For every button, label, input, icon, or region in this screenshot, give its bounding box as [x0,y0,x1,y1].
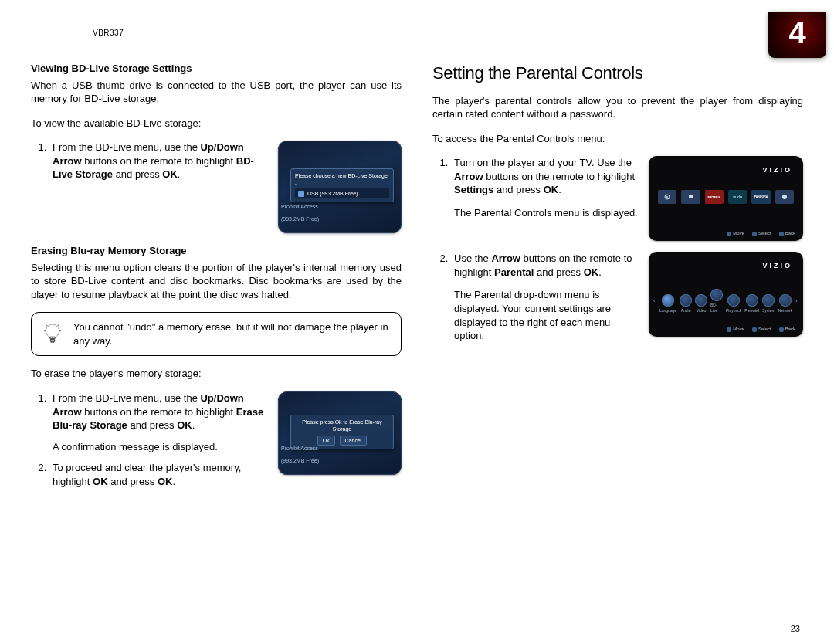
tip-text: You cannot "undo" a memory erase, but it… [73,320,392,347]
step-after: A confirmation message is displayed. [53,441,218,452]
step-row-2: From the BD-Live menu, use the Up/Down A… [31,391,402,497]
svg-point-6 [666,196,668,198]
screenshot-erase-storage: Please press Ok to Erase Blu-ray Storage… [278,391,402,475]
step-item: Turn on the player and your TV. Use the … [451,156,638,219]
step-item: From the BD-Live menu, use the Up/Down A… [49,391,267,453]
app-tile-pandora: PANDORA [751,190,770,204]
thumb-side-label: (993.2MB Free) [281,215,319,222]
step-row-1: From the BD-Live menu, use the Up/Down A… [31,141,402,233]
settings-icon-parental: Parental [744,294,759,314]
nav-hint-move: Move [727,230,744,236]
svg-point-0 [46,324,59,337]
settings-icon-network: Network [778,294,792,314]
nav-hint-back: Back [779,326,795,332]
section-head-bdlive-storage: Viewing BD-Live Storage Settings [31,62,402,76]
nav-hint-move: Move [727,326,744,332]
body-text: The player's parental controls allow you… [432,94,803,121]
step-row-parental-1: Turn on the player and your TV. Use the … [432,156,803,241]
chevron-left-icon: ‹ [653,297,656,305]
app-tile [775,190,794,204]
screenshot-vizio-home: VIZIO NETFLIX vudu PANDORA M [649,156,803,241]
thumb-side-label: Prohibit Access [281,203,318,210]
svg-rect-7 [689,195,693,198]
app-tile [681,190,700,204]
vizio-logo: VIZIO [762,165,792,175]
step-row-parental-2: Use the Arrow buttons on the remote to h… [432,252,803,351]
svg-point-8 [782,195,787,199]
lead-text: To erase the player's memory storage: [31,367,402,381]
thumb-cancel-button: Cancel [340,436,368,446]
step-after: The Parental Controls menu is displayed. [454,207,638,219]
model-number: VBR337 [93,28,124,39]
thumb-usb-label: USB (993.2MB Free) [307,190,358,197]
step-item: To proceed and clear the player's memory… [49,461,267,488]
chevron-right-icon: › [795,297,798,305]
page-number: 23 [791,623,800,635]
lead-text: To access the Parental Controls menu: [432,132,803,146]
settings-icon-language: Language [659,294,676,314]
usb-icon [298,191,304,197]
left-column: Viewing BD-Live Storage Settings When a … [31,62,402,621]
svg-line-2 [57,324,59,326]
step-after: The Parental drop-down menu is displayed… [454,289,611,341]
settings-icon-audio: Audio [680,294,692,314]
thumb-msg: Please press Ok to Erase Blu-ray Storage [295,419,389,432]
body-text: When a USB thumb drive is connected to t… [31,79,402,106]
thumb-msg: Please choose a new BD-Live Storage . [295,172,389,186]
screenshot-vizio-settings: VIZIO ‹ Language Audio Video BD-Live Pla… [649,252,803,337]
thumb-side-label: (993.2MB Free) [281,457,319,464]
app-tile-vudu: vudu [728,190,747,204]
settings-icon-bdlive: BD-Live [710,289,723,314]
vizio-logo: VIZIO [762,261,792,270]
thumb-side-label: Prohibit Access [281,445,318,452]
step-item: From the BD-Live menu, use the Up/Down A… [49,141,267,181]
settings-icon-video: Video [695,294,707,314]
right-column: Setting the Parental Controls The player… [432,62,803,621]
screenshot-bdlive-storage: Please choose a new BD-Live Storage . US… [278,141,402,233]
section-heading: Setting the Parental Controls [432,62,803,85]
tip-callout: You cannot "undo" a memory erase, but it… [31,312,402,356]
nav-hint-select: Select [752,326,771,332]
lead-text: To view the available BD-Live storage: [31,117,402,130]
body-text: Selecting this menu option clears the po… [31,261,402,302]
app-tile-netflix: NETFLIX [705,190,724,204]
section-head-erase: Erasing Blu-ray Memory Storage [31,244,402,258]
chapter-tab: 4 [768,12,826,58]
svg-line-1 [46,324,47,326]
nav-hint-select: Select [752,230,771,236]
step-item: Use the Arrow buttons on the remote to h… [451,252,638,342]
settings-icon-playback: Playback [726,294,741,314]
settings-icon-system: System [762,294,775,314]
lightbulb-icon [42,323,63,346]
app-tile-settings [658,190,676,204]
page-content: Viewing BD-Live Storage Settings When a … [31,62,803,621]
thumb-ok-button: Ok [317,436,335,446]
nav-hint-back: Back [779,230,795,236]
